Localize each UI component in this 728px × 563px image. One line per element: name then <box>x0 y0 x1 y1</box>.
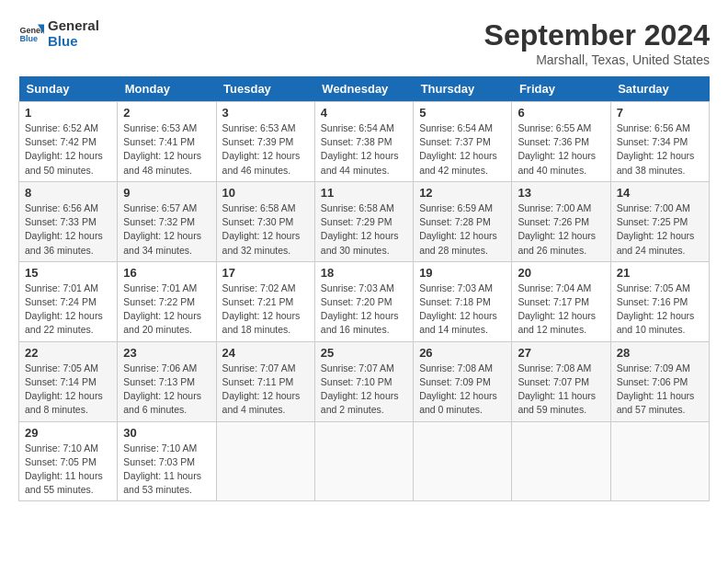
calendar-cell <box>512 421 610 501</box>
day-number: 27 <box>518 346 604 360</box>
day-info: Sunrise: 7:01 AMSunset: 7:22 PMDaylight:… <box>123 282 210 338</box>
calendar-cell: 15Sunrise: 7:01 AMSunset: 7:24 PMDayligh… <box>19 261 118 341</box>
header-row: SundayMondayTuesdayWednesdayThursdayFrid… <box>19 76 710 102</box>
col-header-friday: Friday <box>512 76 610 102</box>
week-row-4: 22Sunrise: 7:05 AMSunset: 7:14 PMDayligh… <box>19 341 710 421</box>
calendar-cell: 28Sunrise: 7:09 AMSunset: 7:06 PMDayligh… <box>610 341 709 421</box>
day-number: 17 <box>222 266 309 280</box>
calendar-cell: 17Sunrise: 7:02 AMSunset: 7:21 PMDayligh… <box>216 261 314 341</box>
week-row-1: 1Sunrise: 6:52 AMSunset: 7:42 PMDaylight… <box>19 102 710 182</box>
calendar-cell: 3Sunrise: 6:53 AMSunset: 7:39 PMDaylight… <box>216 102 314 182</box>
day-number: 3 <box>222 106 309 120</box>
calendar-cell: 20Sunrise: 7:04 AMSunset: 7:17 PMDayligh… <box>512 261 610 341</box>
calendar-cell: 18Sunrise: 7:03 AMSunset: 7:20 PMDayligh… <box>314 261 413 341</box>
col-header-saturday: Saturday <box>610 76 709 102</box>
calendar-cell <box>610 421 709 501</box>
day-number: 6 <box>518 106 604 120</box>
day-number: 28 <box>617 346 703 360</box>
col-header-thursday: Thursday <box>414 76 512 102</box>
calendar-cell: 16Sunrise: 7:01 AMSunset: 7:22 PMDayligh… <box>118 261 216 341</box>
day-number: 4 <box>321 106 407 120</box>
calendar-cell: 19Sunrise: 7:03 AMSunset: 7:18 PMDayligh… <box>414 261 512 341</box>
week-row-3: 15Sunrise: 7:01 AMSunset: 7:24 PMDayligh… <box>19 261 710 341</box>
day-info: Sunrise: 7:08 AMSunset: 7:07 PMDaylight:… <box>518 362 604 418</box>
day-info: Sunrise: 7:08 AMSunset: 7:09 PMDaylight:… <box>419 362 506 418</box>
day-info: Sunrise: 6:58 AMSunset: 7:30 PMDaylight:… <box>222 201 309 258</box>
logo: General Blue General Blue <box>18 18 99 49</box>
day-info: Sunrise: 7:00 AMSunset: 7:25 PMDaylight:… <box>617 201 703 258</box>
col-header-wednesday: Wednesday <box>314 76 413 102</box>
calendar-cell <box>216 421 314 501</box>
day-number: 30 <box>123 426 210 440</box>
week-row-2: 8Sunrise: 6:56 AMSunset: 7:33 PMDaylight… <box>19 181 710 261</box>
calendar-cell: 1Sunrise: 6:52 AMSunset: 7:42 PMDaylight… <box>19 102 118 182</box>
calendar-cell: 29Sunrise: 7:10 AMSunset: 7:05 PMDayligh… <box>19 421 118 501</box>
calendar-cell: 14Sunrise: 7:00 AMSunset: 7:25 PMDayligh… <box>610 181 709 261</box>
day-info: Sunrise: 6:58 AMSunset: 7:29 PMDaylight:… <box>321 201 407 258</box>
logo-icon: General Blue <box>18 21 44 47</box>
day-number: 7 <box>617 106 703 120</box>
calendar-cell: 9Sunrise: 6:57 AMSunset: 7:32 PMDaylight… <box>118 181 216 261</box>
calendar-cell <box>414 421 512 501</box>
calendar-cell: 25Sunrise: 7:07 AMSunset: 7:10 PMDayligh… <box>314 341 413 421</box>
day-number: 1 <box>25 106 111 120</box>
day-number: 5 <box>419 106 506 120</box>
calendar-cell: 8Sunrise: 6:56 AMSunset: 7:33 PMDaylight… <box>19 181 118 261</box>
day-info: Sunrise: 6:56 AMSunset: 7:33 PMDaylight:… <box>25 201 111 258</box>
day-number: 22 <box>25 346 111 360</box>
title-area: September 2024 Marshall, Texas, United S… <box>484 18 710 67</box>
day-number: 10 <box>222 186 309 200</box>
calendar-cell: 12Sunrise: 6:59 AMSunset: 7:28 PMDayligh… <box>414 181 512 261</box>
day-info: Sunrise: 6:57 AMSunset: 7:32 PMDaylight:… <box>123 201 210 258</box>
day-number: 24 <box>222 346 309 360</box>
header: General Blue General Blue September 2024… <box>18 18 710 67</box>
week-row-5: 29Sunrise: 7:10 AMSunset: 7:05 PMDayligh… <box>19 421 710 501</box>
calendar-cell: 23Sunrise: 7:06 AMSunset: 7:13 PMDayligh… <box>118 341 216 421</box>
calendar-cell: 30Sunrise: 7:10 AMSunset: 7:03 PMDayligh… <box>118 421 216 501</box>
day-info: Sunrise: 7:05 AMSunset: 7:14 PMDaylight:… <box>25 362 111 418</box>
day-number: 26 <box>419 346 506 360</box>
day-info: Sunrise: 7:01 AMSunset: 7:24 PMDaylight:… <box>25 282 111 338</box>
logo-blue: Blue <box>48 34 99 50</box>
day-number: 19 <box>419 266 506 280</box>
day-number: 15 <box>25 266 111 280</box>
day-info: Sunrise: 7:02 AMSunset: 7:21 PMDaylight:… <box>222 282 309 338</box>
month-year: September 2024 <box>484 18 710 52</box>
logo-general: General <box>48 18 99 34</box>
col-header-sunday: Sunday <box>19 76 118 102</box>
calendar-cell: 7Sunrise: 6:56 AMSunset: 7:34 PMDaylight… <box>610 102 709 182</box>
day-number: 18 <box>321 266 407 280</box>
col-header-monday: Monday <box>118 76 216 102</box>
day-info: Sunrise: 7:10 AMSunset: 7:03 PMDaylight:… <box>123 442 210 498</box>
day-number: 12 <box>419 186 506 200</box>
day-info: Sunrise: 6:54 AMSunset: 7:38 PMDaylight:… <box>321 121 407 178</box>
calendar-cell: 4Sunrise: 6:54 AMSunset: 7:38 PMDaylight… <box>314 102 413 182</box>
day-number: 8 <box>25 186 111 200</box>
day-info: Sunrise: 7:10 AMSunset: 7:05 PMDaylight:… <box>25 442 111 498</box>
day-info: Sunrise: 6:53 AMSunset: 7:39 PMDaylight:… <box>222 121 309 178</box>
location: Marshall, Texas, United States <box>484 52 710 67</box>
day-info: Sunrise: 6:53 AMSunset: 7:41 PMDaylight:… <box>123 121 210 178</box>
calendar-cell: 22Sunrise: 7:05 AMSunset: 7:14 PMDayligh… <box>19 341 118 421</box>
calendar-cell: 21Sunrise: 7:05 AMSunset: 7:16 PMDayligh… <box>610 261 709 341</box>
day-number: 21 <box>617 266 703 280</box>
calendar-table: SundayMondayTuesdayWednesdayThursdayFrid… <box>18 76 710 501</box>
day-info: Sunrise: 6:55 AMSunset: 7:36 PMDaylight:… <box>518 121 604 178</box>
day-number: 16 <box>123 266 210 280</box>
day-number: 11 <box>321 186 407 200</box>
day-info: Sunrise: 7:03 AMSunset: 7:20 PMDaylight:… <box>321 282 407 338</box>
calendar-cell: 6Sunrise: 6:55 AMSunset: 7:36 PMDaylight… <box>512 102 610 182</box>
day-number: 9 <box>123 186 210 200</box>
calendar-cell: 2Sunrise: 6:53 AMSunset: 7:41 PMDaylight… <box>118 102 216 182</box>
calendar-cell: 13Sunrise: 7:00 AMSunset: 7:26 PMDayligh… <box>512 181 610 261</box>
day-number: 29 <box>25 426 111 440</box>
day-info: Sunrise: 7:05 AMSunset: 7:16 PMDaylight:… <box>617 282 703 338</box>
day-info: Sunrise: 7:00 AMSunset: 7:26 PMDaylight:… <box>518 201 604 258</box>
calendar-cell: 11Sunrise: 6:58 AMSunset: 7:29 PMDayligh… <box>314 181 413 261</box>
day-info: Sunrise: 7:07 AMSunset: 7:11 PMDaylight:… <box>222 362 309 418</box>
day-number: 25 <box>321 346 407 360</box>
day-info: Sunrise: 7:09 AMSunset: 7:06 PMDaylight:… <box>617 362 703 418</box>
day-info: Sunrise: 6:56 AMSunset: 7:34 PMDaylight:… <box>617 121 703 178</box>
calendar-cell: 10Sunrise: 6:58 AMSunset: 7:30 PMDayligh… <box>216 181 314 261</box>
calendar-cell: 24Sunrise: 7:07 AMSunset: 7:11 PMDayligh… <box>216 341 314 421</box>
